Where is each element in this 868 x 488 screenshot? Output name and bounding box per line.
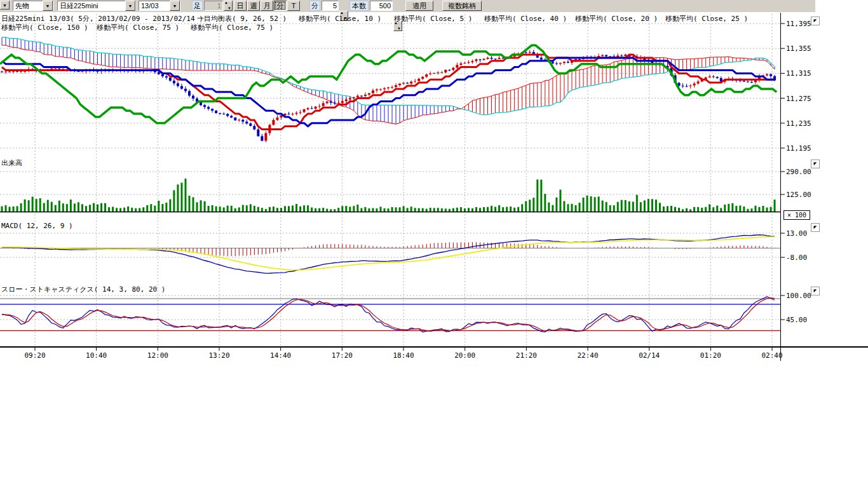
price-axis-label: 11,355 — [786, 44, 811, 53]
legend-ma75b: 移動平均( Close, 75 ) — [191, 23, 273, 32]
legend-ma10: 移動平均( Close, 10 ) — [299, 14, 381, 24]
price-axis-label: 11,315 — [786, 69, 811, 78]
x-axis-label: 01:20 — [700, 351, 721, 360]
x-axis-label: 20:00 — [454, 351, 475, 360]
macd-panel-expand-icon[interactable]: ◤ — [811, 223, 820, 232]
chart-plot-area[interactable] — [0, 0, 868, 488]
volume-panel-expand-icon[interactable]: ◤ — [811, 159, 820, 168]
main-panel-expand-icon[interactable]: ◤ — [811, 17, 820, 25]
chart-application-window: ▼ 先物 ▼ 日経225mini ▼ 13/03 ▼ 足 1 ▲ ▼ 日週月分T… — [0, 0, 868, 488]
x-axis-label: 17:20 — [332, 351, 353, 360]
stoch-axis-label: 100.00 — [786, 292, 811, 300]
x-axis-label: 22:40 — [577, 351, 598, 360]
legend-ma40: 移動平均( Close, 40 ) — [484, 14, 567, 24]
volume-panel-title: 出来高 — [1, 158, 22, 168]
x-axis-label: 09:20 — [24, 351, 45, 360]
legend-ma150: 移動平均( Close, 150 ) — [1, 23, 88, 32]
x-axis-label: 18:40 — [393, 351, 414, 360]
x-axis-label: 02:40 — [761, 351, 782, 360]
legend-ma25: 移動平均( Close, 25 ) — [665, 14, 748, 24]
macd-axis-label: -8.00 — [786, 254, 807, 262]
stochastics-plot — [0, 297, 780, 332]
x-axis-label: 14:40 — [270, 351, 291, 360]
legend-instrument: 日経225mini 13/03( 5分, 2013/02/09 - 2013/0… — [1, 14, 203, 24]
volume-multiplier-badge: × 100 — [783, 210, 810, 220]
macd-panel-title: MACD( 12, 26, 9 ) — [1, 222, 73, 230]
price-axis-label: 11,195 — [786, 144, 811, 152]
x-axis-label: 10:40 — [86, 351, 107, 360]
volume-axis-label: 125.00 — [786, 191, 811, 199]
volume-axis-label: 290.00 — [786, 168, 811, 176]
axes — [0, 13, 868, 361]
volume-bars — [1, 179, 775, 212]
ichimoku-cloud — [2, 37, 775, 125]
stoch-axis-label: 45.00 — [786, 316, 807, 324]
x-axis-label: 12:00 — [147, 351, 168, 360]
x-axis-label: 21:20 — [516, 351, 537, 360]
legend-ma20: 移動平均( Close, 20 ) — [575, 14, 658, 24]
x-axis-label: 02/14 — [639, 351, 660, 360]
price-axis-label: 11,235 — [786, 119, 811, 128]
stoch-panel-expand-icon[interactable]: ◤ — [811, 287, 820, 295]
price-axis-label: 11,395 — [786, 20, 811, 28]
legend-ma75a: 移動平均( Close, 75 ) — [97, 23, 179, 32]
macd-axis-label: 13.00 — [786, 229, 807, 238]
legend-ma5: 移動平均( Close, 5 ) — [394, 14, 472, 24]
legend-ichimoku: 一目均衡表( 9, 26, 52 ) — [197, 14, 287, 24]
stoch-panel-title: スロー・ストキャスティクス( 14, 3, 80, 20 ) — [1, 285, 165, 294]
x-axis-label: 13:20 — [208, 351, 229, 360]
price-axis-label: 11,275 — [786, 95, 811, 103]
macd-plot — [0, 235, 780, 274]
